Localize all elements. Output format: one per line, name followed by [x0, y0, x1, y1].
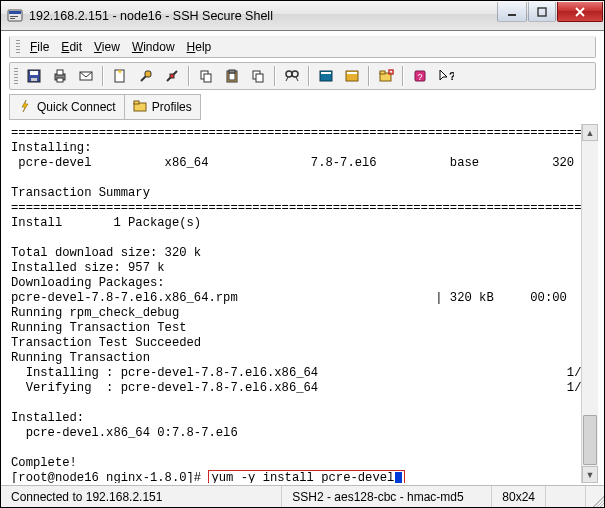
toolbar-new-button[interactable]: [108, 65, 132, 87]
maximize-button[interactable]: [528, 2, 556, 22]
status-cipher: SSH2 - aes128-cbc - hmac-md5: [282, 486, 492, 507]
toolbar-print-button[interactable]: [48, 65, 72, 87]
svg-text:?: ?: [417, 72, 422, 82]
lightning-icon: [18, 99, 32, 116]
svg-rect-36: [134, 101, 139, 104]
svg-rect-22: [256, 74, 263, 82]
svg-rect-2: [10, 16, 18, 17]
toolbar-find-button[interactable]: [280, 65, 304, 87]
app-icon: [7, 8, 23, 24]
toolbar-separator: [274, 66, 276, 86]
quick-connect-tab[interactable]: Quick Connect: [9, 94, 124, 120]
toolbar-folders-button[interactable]: [374, 65, 398, 87]
toolbar: ? ?: [9, 62, 596, 90]
toolbar-mail-button[interactable]: [74, 65, 98, 87]
profiles-tab[interactable]: Profiles: [124, 94, 201, 120]
close-button[interactable]: [557, 2, 603, 22]
toolbar-separator: [188, 66, 190, 86]
scroll-up-icon[interactable]: ▲: [582, 124, 598, 141]
folder-icon: [133, 99, 147, 116]
svg-rect-26: [321, 72, 331, 74]
window-buttons: [497, 1, 604, 30]
menu-file[interactable]: File: [24, 38, 55, 56]
toolbar-grip: [14, 68, 18, 84]
status-term-size: 80x24: [492, 486, 546, 507]
svg-rect-31: [389, 70, 393, 74]
title-bar: 192.168.2.151 - node16 - SSH Secure Shel…: [1, 1, 604, 31]
tab-bar: Quick Connect Profiles: [9, 94, 596, 120]
toolbar-help-book-button[interactable]: ?: [408, 65, 432, 87]
toolbar-separator: [102, 66, 104, 86]
cursor: [395, 472, 402, 483]
status-bar: Connected to 192.168.2.151 SSH2 - aes128…: [1, 485, 604, 507]
entered-command: yum -y install pcre-devel: [208, 470, 405, 483]
toolbar-cut-button[interactable]: [246, 65, 270, 87]
toolbar-save-button[interactable]: [22, 65, 46, 87]
svg-rect-14: [145, 71, 151, 77]
svg-point-23: [286, 71, 292, 77]
menu-view[interactable]: View: [88, 38, 126, 56]
toolbar-disconnect-button[interactable]: [160, 65, 184, 87]
svg-rect-30: [380, 71, 385, 74]
menu-window[interactable]: Window: [126, 38, 181, 56]
svg-rect-8: [31, 78, 37, 81]
svg-rect-28: [347, 72, 357, 74]
svg-point-24: [292, 71, 298, 77]
toolbar-copy-button[interactable]: [194, 65, 218, 87]
menu-help[interactable]: Help: [181, 38, 218, 56]
toolbar-separator: [402, 66, 404, 86]
svg-rect-10: [57, 70, 63, 75]
toolbar-connect-button[interactable]: [134, 65, 158, 87]
scroll-thumb[interactable]: [583, 415, 597, 465]
svg-rect-15: [170, 74, 174, 78]
svg-text:?: ?: [449, 70, 454, 82]
menu-bar: File Edit View Window Help: [9, 36, 596, 58]
vertical-scrollbar[interactable]: ▲ ▼: [581, 124, 598, 483]
window-title: 192.168.2.151 - node16 - SSH Secure Shel…: [29, 9, 497, 23]
svg-rect-3: [10, 18, 15, 19]
svg-rect-17: [204, 74, 211, 82]
toolbar-terminal-button[interactable]: [314, 65, 338, 87]
scroll-down-icon[interactable]: ▼: [582, 466, 598, 483]
terminal-area: ========================================…: [9, 124, 598, 483]
toolbar-whats-this-button[interactable]: ?: [434, 65, 458, 87]
quick-connect-label: Quick Connect: [37, 100, 116, 114]
profiles-label: Profiles: [152, 100, 192, 114]
resize-grip[interactable]: [586, 486, 604, 507]
svg-rect-1: [9, 11, 21, 14]
minimize-button[interactable]: [497, 2, 527, 22]
toolbar-ftp-button[interactable]: [340, 65, 364, 87]
menubar-grip: [16, 40, 20, 54]
toolbar-separator: [368, 66, 370, 86]
status-blank: [546, 486, 586, 507]
menu-edit[interactable]: Edit: [55, 38, 88, 56]
toolbar-separator: [308, 66, 310, 86]
svg-rect-5: [538, 8, 546, 16]
scroll-track[interactable]: [582, 141, 598, 466]
svg-rect-19: [229, 73, 235, 80]
terminal-output[interactable]: ========================================…: [9, 124, 581, 483]
status-connection: Connected to 192.168.2.151: [1, 486, 282, 507]
svg-rect-11: [57, 78, 63, 82]
toolbar-paste-button[interactable]: [220, 65, 244, 87]
svg-rect-20: [229, 70, 235, 73]
svg-rect-7: [30, 71, 38, 75]
svg-rect-4: [508, 14, 516, 16]
